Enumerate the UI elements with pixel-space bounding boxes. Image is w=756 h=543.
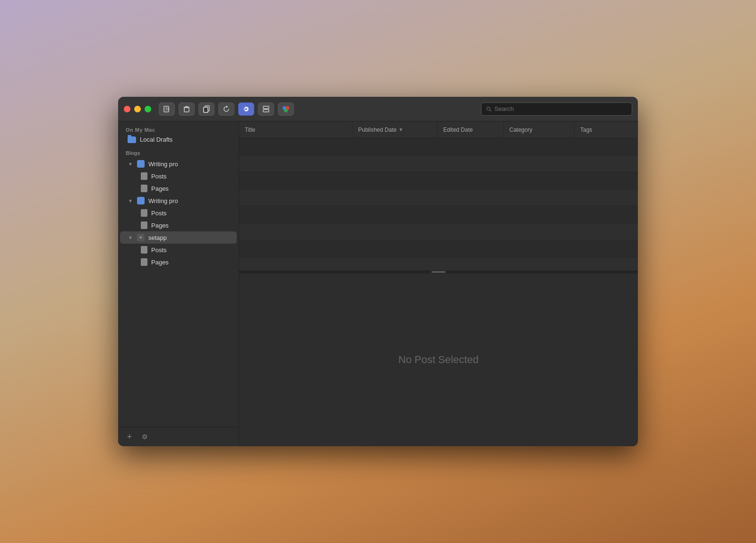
svg-rect-16 (263, 110, 269, 112)
blog-icon-2 (137, 197, 145, 204)
close-button[interactable] (124, 106, 130, 112)
blog3-posts-label: Posts (151, 246, 167, 254)
table-row[interactable] (239, 172, 638, 189)
multicolor-button[interactable] (278, 102, 294, 116)
sidebar-item-blog2-posts[interactable]: Posts (120, 207, 237, 219)
table-row[interactable] (239, 138, 638, 155)
pin-button[interactable] (238, 102, 254, 116)
sidebar-item-blog3-pages[interactable]: Pages (120, 256, 237, 268)
col-header-published[interactable]: Published Date ▼ (352, 121, 438, 138)
blog3-name: setapp (148, 234, 167, 241)
sidebar-item-blog1[interactable]: ▼ Writing pro (120, 158, 237, 170)
table-row[interactable] (239, 155, 638, 172)
app-window: On My Mac Local Drafts Blogs ▼ Writing p… (118, 97, 638, 446)
add-blog-button[interactable]: + (124, 431, 135, 442)
blog1-posts-label: Posts (151, 173, 167, 180)
minimize-button[interactable] (134, 106, 141, 112)
sidebar-item-blog2[interactable]: ▼ Writing pro (120, 195, 237, 207)
chevron-down-icon: ▼ (128, 198, 133, 204)
settings-button[interactable]: ⚙︎ (139, 431, 150, 442)
sidebar-item-local-drafts[interactable]: Local Drafts (120, 134, 237, 145)
doc-icon (141, 209, 147, 217)
search-input[interactable] (494, 105, 627, 112)
compose-button[interactable] (159, 102, 175, 116)
local-drafts-label: Local Drafts (140, 136, 172, 143)
table-row[interactable] (239, 189, 638, 206)
sidebar-item-blog2-pages[interactable]: Pages (120, 219, 237, 231)
copy-button[interactable] (198, 102, 215, 116)
svg-point-19 (284, 109, 288, 112)
svg-point-20 (487, 107, 490, 110)
blog3-pages-label: Pages (151, 259, 169, 266)
delete-button[interactable] (179, 102, 195, 116)
blog1-pages-label: Pages (151, 185, 169, 192)
titlebar (118, 97, 638, 121)
chevron-down-icon: ▼ (128, 235, 133, 240)
doc-icon (141, 172, 147, 180)
maximize-button[interactable] (145, 106, 151, 112)
col-header-tags[interactable]: Tags (575, 121, 638, 138)
doc-icon (141, 221, 147, 229)
svg-rect-4 (184, 108, 189, 112)
sidebar-item-blog1-pages[interactable]: Pages (120, 182, 237, 195)
svg-line-21 (490, 110, 491, 111)
folder-icon (128, 136, 136, 143)
layout-button[interactable] (258, 102, 274, 116)
blog-icon-3: ✦ (137, 234, 145, 241)
sidebar-item-blog3[interactable]: ▼ ✦ setapp (120, 231, 237, 244)
table-row[interactable] (239, 223, 638, 240)
table-row[interactable] (239, 206, 638, 223)
search-icon (486, 106, 491, 112)
svg-rect-9 (186, 106, 188, 107)
blog-icon-1 (137, 160, 145, 168)
sidebar-footer: + ⚙︎ (118, 427, 239, 446)
traffic-lights (124, 106, 151, 112)
divider-handle[interactable] (431, 271, 446, 273)
blog2-posts-label: Posts (151, 210, 167, 217)
right-panel: Title Published Date ▼ Edited Date Categ… (239, 121, 638, 446)
no-post-label: No Post Selected (398, 354, 479, 366)
doc-icon (141, 185, 147, 192)
blogs-header: Blogs (118, 145, 239, 158)
sidebar-item-blog3-posts[interactable]: Posts (120, 244, 237, 256)
editor-area: No Post Selected (239, 273, 638, 446)
doc-icon (141, 258, 147, 266)
refresh-button[interactable] (218, 102, 234, 116)
blog1-name: Writing pro (148, 161, 178, 168)
sort-arrow-icon: ▼ (398, 127, 403, 132)
main-content: On My Mac Local Drafts Blogs ▼ Writing p… (118, 121, 638, 446)
col-header-title[interactable]: Title (239, 121, 352, 138)
doc-icon (141, 246, 147, 254)
svg-point-14 (245, 108, 247, 110)
table-row[interactable] (239, 240, 638, 257)
post-list (239, 138, 638, 271)
panel-divider (239, 271, 638, 273)
search-box[interactable] (481, 102, 632, 116)
blog2-pages-label: Pages (151, 222, 169, 229)
on-my-mac-header: On My Mac (118, 125, 239, 134)
sidebar: On My Mac Local Drafts Blogs ▼ Writing p… (118, 121, 239, 446)
column-headers: Title Published Date ▼ Edited Date Categ… (239, 121, 638, 138)
svg-rect-11 (204, 107, 208, 112)
blog2-name: Writing pro (148, 197, 178, 204)
table-row[interactable] (239, 257, 638, 271)
svg-rect-15 (263, 106, 269, 109)
col-header-category[interactable]: Category (504, 121, 575, 138)
chevron-down-icon: ▼ (128, 161, 133, 167)
sidebar-item-blog1-posts[interactable]: Posts (120, 170, 237, 182)
col-header-edited[interactable]: Edited Date (438, 121, 504, 138)
